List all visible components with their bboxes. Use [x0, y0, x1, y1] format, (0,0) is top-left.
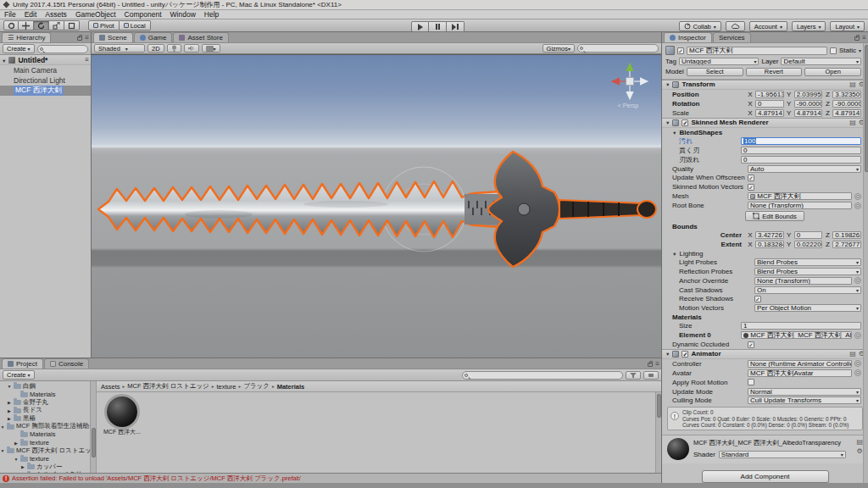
culling-mode-dropdown[interactable]: Cull Update Transforms — [748, 396, 861, 404]
controller-object-field[interactable]: None (Runtime Animator Controller) — [748, 360, 852, 368]
foldout-icon[interactable] — [20, 463, 25, 470]
root-bone-object-field[interactable]: None (Transform) — [748, 202, 852, 209]
panel-menu-icon[interactable]: ≡ — [655, 360, 659, 368]
tab-game[interactable]: Game — [134, 32, 173, 42]
scale-x-field[interactable]: 4.879141 — [755, 109, 784, 117]
panel-menu-icon[interactable]: ≡ — [862, 34, 866, 42]
menu-edit[interactable]: Edit — [20, 10, 42, 19]
lock-icon[interactable] — [77, 36, 82, 41]
component-enabled-checkbox[interactable] — [682, 351, 688, 358]
tab-asset-store[interactable]: Asset Store — [173, 32, 228, 42]
scale-z-field[interactable]: 4.879141 — [832, 109, 861, 117]
foldout-icon[interactable] — [20, 471, 25, 473]
folder-row[interactable]: 長ドス — [0, 407, 96, 415]
local-toggle-button[interactable]: Local — [120, 20, 151, 30]
animator-component-header[interactable]: Animator ▤ ⚙ — [662, 349, 868, 359]
blendshapes-section[interactable]: BlendShapes — [662, 128, 868, 136]
folder-row[interactable]: 白鋼 — [0, 382, 96, 391]
blendshape-value-field[interactable]: 0 — [741, 147, 861, 154]
extent-z-field[interactable]: 2.726777 — [832, 241, 861, 248]
play-button[interactable] — [411, 21, 429, 32]
folder-row[interactable]: texture — [0, 439, 96, 447]
blendshape-value-field[interactable]: 0 — [741, 156, 861, 164]
mesh-object-field[interactable]: MCF 西洋大剣 — [748, 192, 852, 200]
search-by-type-button[interactable] — [626, 371, 641, 380]
scene-viewport[interactable]: < Persp — [92, 54, 661, 358]
collab-button[interactable]: Collab▾ — [679, 21, 721, 31]
hierarchy-item-mcf-sword[interactable]: MCF 西洋大剣 — [0, 86, 91, 96]
model-open-button[interactable]: Open — [804, 68, 861, 76]
foldout-icon[interactable] — [7, 407, 12, 414]
object-picker-icon[interactable]: ⊙ — [854, 332, 861, 339]
hierarchy-item-main-camera[interactable]: Main Camera — [0, 65, 91, 75]
folder-row[interactable]: シルバーメタリック — [0, 471, 96, 474]
component-enabled-checkbox[interactable] — [682, 119, 688, 126]
extent-y-field[interactable]: 0.02220056 — [794, 241, 823, 248]
sword-model[interactable] — [92, 55, 661, 358]
foldout-icon[interactable] — [14, 439, 19, 446]
quality-dropdown[interactable]: Auto — [748, 165, 861, 173]
folder-row[interactable]: MCF 胸部装着型生活補助デバ — [0, 423, 96, 431]
menu-help[interactable]: Help — [200, 10, 223, 19]
sword-pommel[interactable] — [637, 201, 656, 218]
project-tree-scrollbar[interactable] — [90, 381, 96, 473]
blendshape-value-field[interactable]: 100 — [741, 137, 861, 145]
help-book-icon[interactable]: ▤ — [856, 438, 863, 446]
material-asset-tile[interactable]: MCF 西洋大... — [103, 396, 141, 436]
update-offscreen-checkbox[interactable] — [748, 175, 754, 181]
folder-row[interactable]: Materials — [0, 430, 96, 439]
material-preview-bar[interactable]: MCF 西洋大剣_MCF 西洋大剣_AlbedoTransparency Sha… — [662, 435, 868, 463]
hierarchy-item-directional-light[interactable]: Directional Light — [0, 75, 91, 86]
tab-inspector[interactable]: Inspector — [664, 32, 712, 42]
folder-row[interactable]: 金野子丸 — [0, 398, 96, 407]
asset-pane-scrollbar[interactable] — [655, 392, 661, 473]
foldout-icon[interactable] — [7, 398, 12, 406]
position-z-field[interactable]: 3.323509e — [832, 91, 861, 98]
sword-grip[interactable] — [559, 200, 643, 219]
menu-file[interactable]: File — [0, 10, 20, 19]
update-mode-dropdown[interactable]: Normal — [748, 388, 861, 396]
gameobject-name-field[interactable]: MCF 西洋大剣 — [687, 47, 827, 55]
anchor-override-field[interactable]: None (Transform) — [754, 277, 852, 285]
scrollbar-thumb[interactable] — [92, 428, 96, 458]
motion-vectors-dropdown[interactable]: Per Object Motion — [754, 304, 861, 312]
model-revert-button[interactable]: Revert — [746, 68, 803, 76]
layout-button[interactable]: Layout▾ — [830, 21, 865, 31]
scrollbar-thumb[interactable] — [865, 45, 868, 172]
breadcrumb-assets[interactable]: Assets — [101, 383, 120, 391]
avatar-object-field[interactable]: MCF 西洋大剣Avatar — [748, 369, 852, 377]
tag-dropdown[interactable]: Untagged — [679, 58, 760, 65]
breadcrumb-folder[interactable]: texture — [217, 383, 236, 391]
tab-scene[interactable]: Scene — [93, 32, 133, 42]
dynamic-occluded-checkbox[interactable] — [748, 341, 754, 348]
inspector-scrollbar[interactable] — [863, 43, 868, 483]
folder-row[interactable]: カッパー — [0, 463, 96, 471]
menu-component[interactable]: Component — [120, 10, 166, 19]
edit-bounds-button[interactable]: Edit Bounds — [745, 211, 804, 221]
foldout-icon[interactable] — [665, 80, 670, 88]
extent-x-field[interactable]: 0.1832844 — [755, 241, 784, 248]
rotation-y-field[interactable]: -90.00001 — [794, 100, 823, 108]
help-book-icon[interactable]: ▤ — [849, 350, 856, 358]
foldout-icon[interactable] — [672, 250, 676, 258]
foldout-icon[interactable] — [7, 382, 12, 390]
gizmo-axis-cone[interactable] — [626, 92, 633, 100]
rect-tool-button[interactable] — [64, 20, 80, 30]
apply-root-motion-checkbox[interactable] — [748, 379, 754, 385]
add-component-button[interactable]: Add Component — [702, 470, 829, 483]
hierarchy-create-button[interactable]: Create ▾ — [3, 44, 35, 53]
skinned-motion-vectors-checkbox[interactable] — [748, 184, 754, 191]
foldout-icon[interactable] — [665, 350, 670, 358]
lock-icon[interactable] — [648, 363, 653, 367]
folder-row[interactable]: Materials — [0, 391, 96, 399]
scale-y-field[interactable]: 4.879141 — [794, 109, 823, 117]
tab-hierarchy[interactable]: ☰ Hierarchy — [2, 32, 51, 42]
reflection-probes-dropdown[interactable]: Blend Probes — [754, 268, 861, 275]
gizmo-x-axis-cone[interactable] — [611, 77, 620, 85]
transform-component-header[interactable]: Transform ▤ ⚙ — [662, 80, 868, 90]
light-probes-dropdown[interactable]: Blend Probes — [754, 258, 861, 266]
folder-row[interactable]: 黒椿 — [0, 414, 96, 423]
gizmo-center-cube[interactable] — [626, 77, 633, 85]
menu-window[interactable]: Window — [166, 10, 200, 19]
help-book-icon[interactable]: ▤ — [849, 80, 856, 88]
